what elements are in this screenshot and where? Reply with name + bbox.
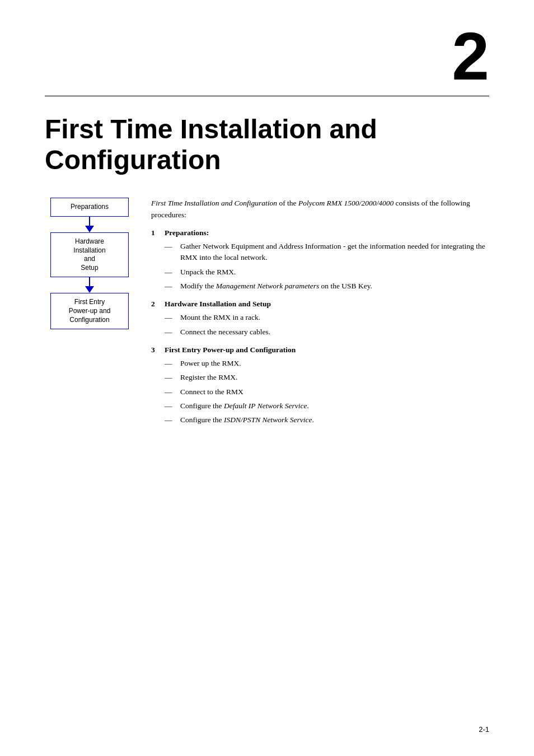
sub-item-italic-1-3: Management Network parameters xyxy=(216,282,319,290)
procedure-item-2: 2 Hardware Installation and Setup — Moun… xyxy=(151,298,489,338)
sub-item-text-3-5: Configure the ISDN/PSTN Network Service. xyxy=(180,414,314,426)
flowchart-box-hardware: HardwareInstallationandSetup xyxy=(50,232,129,277)
content-area: Preparations HardwareInstallationandSetu… xyxy=(45,198,489,432)
chapter-number: 2 xyxy=(45,22,489,90)
page-number: 2-1 xyxy=(479,725,489,734)
sub-item-text-1-2: Unpack the RMX. xyxy=(180,267,236,278)
procedure-label-1: Preparations: xyxy=(165,227,209,239)
intro-product-name: Polycom RMX 1500/2000/4000 xyxy=(298,199,394,207)
flowchart-box-first-entry: First EntryPower-up andConfiguration xyxy=(50,293,129,329)
procedure-num-2: 2 xyxy=(151,298,160,310)
procedure-heading-2: 2 Hardware Installation and Setup xyxy=(151,298,489,310)
dash-1-3: — xyxy=(165,281,176,292)
sub-list-2: — Mount the RMX in a rack. — Connect the… xyxy=(165,312,489,338)
sub-item-3-5: — Configure the ISDN/PSTN Network Servic… xyxy=(165,414,489,426)
sub-item-1-2: — Unpack the RMX. xyxy=(165,267,489,278)
procedure-label-3: First Entry Power-up and Configuration xyxy=(165,344,296,356)
chapter-title: First Time Installation andConfiguration xyxy=(45,114,489,175)
procedure-item-1: 1 Preparations: — Gather Network Equipme… xyxy=(151,227,489,292)
sub-item-3-3: — Connect to the RMX xyxy=(165,386,489,398)
dash-2-2: — xyxy=(165,326,176,338)
sub-item-1-3: — Modify the Management Network paramete… xyxy=(165,281,489,292)
sub-item-italic-3-5: ISDN/PSTN Network Service xyxy=(224,416,312,424)
sub-item-text-3-3: Connect to the RMX xyxy=(180,386,243,398)
dash-3-4: — xyxy=(165,400,176,412)
procedure-heading-3: 3 First Entry Power-up and Configuration xyxy=(151,344,489,356)
dash-1-1: — xyxy=(165,241,176,252)
procedures-list: 1 Preparations: — Gather Network Equipme… xyxy=(151,227,489,426)
procedure-num-3: 3 xyxy=(151,344,160,356)
arrow-2 xyxy=(85,277,94,293)
arrow-line-1 xyxy=(89,217,90,226)
sub-item-2-1: — Mount the RMX in a rack. xyxy=(165,312,489,323)
sub-item-3-1: — Power up the RMX. xyxy=(165,358,489,369)
page-container: 2 First Time Installation andConfigurati… xyxy=(0,0,534,756)
sub-item-3-4: — Configure the Default IP Network Servi… xyxy=(165,400,489,412)
intro-paragraph: First Time Installation and Configuratio… xyxy=(151,198,489,221)
intro-italic-title: First Time Installation and Configuratio… xyxy=(151,199,277,207)
procedure-heading-1: 1 Preparations: xyxy=(151,227,489,239)
flowchart-box-preparations: Preparations xyxy=(50,198,129,217)
dash-2-1: — xyxy=(165,312,176,323)
sub-item-text-2-2: Connect the necessary cables. xyxy=(180,326,270,338)
procedure-label-2: Hardware Installation and Setup xyxy=(165,298,271,310)
sub-item-text-3-4: Configure the Default IP Network Service… xyxy=(180,400,309,412)
flowchart: Preparations HardwareInstallationandSetu… xyxy=(45,198,134,329)
procedure-item-3: 3 First Entry Power-up and Configuration… xyxy=(151,344,489,426)
sub-item-2-2: — Connect the necessary cables. xyxy=(165,326,489,338)
sub-item-text-3-2: Register the RMX. xyxy=(180,372,237,383)
sub-item-1-1: — Gather Network Equipment and Address I… xyxy=(165,241,489,264)
arrow-line-2 xyxy=(89,277,90,286)
sub-item-text-3-1: Power up the RMX. xyxy=(180,358,241,369)
sub-list-1: — Gather Network Equipment and Address I… xyxy=(165,241,489,292)
sub-item-3-2: — Register the RMX. xyxy=(165,372,489,383)
dash-3-3: — xyxy=(165,386,176,398)
dash-3-5: — xyxy=(165,414,176,426)
sub-item-text-1-3: Modify the Management Network parameters… xyxy=(180,281,372,292)
sub-item-text-2-1: Mount the RMX in a rack. xyxy=(180,312,260,323)
sub-item-text-1-1: Gather Network Equipment and Address Inf… xyxy=(180,241,489,264)
procedure-num-1: 1 xyxy=(151,227,160,239)
sub-item-italic-3-4: Default IP Network Service xyxy=(224,402,307,410)
horizontal-rule xyxy=(45,95,489,97)
description-area: First Time Installation and Configuratio… xyxy=(151,198,489,432)
dash-1-2: — xyxy=(165,267,176,278)
dash-3-1: — xyxy=(165,358,176,369)
dash-3-2: — xyxy=(165,372,176,383)
sub-list-3: — Power up the RMX. — Register the RMX. … xyxy=(165,358,489,426)
arrow-1 xyxy=(85,217,94,232)
arrow-head-1 xyxy=(85,226,94,232)
arrow-head-2 xyxy=(85,286,94,293)
